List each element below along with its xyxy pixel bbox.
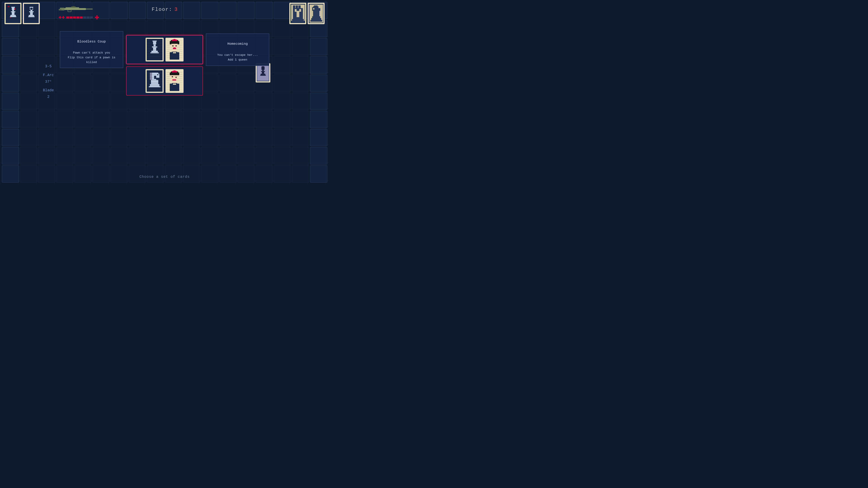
svg-rect-54 — [295, 9, 297, 12]
svg-rect-135 — [147, 76, 162, 76]
svg-rect-33 — [25, 9, 38, 10]
svg-rect-43 — [86, 8, 93, 9]
svg-rect-90 — [147, 46, 162, 46]
svg-rect-47 — [68, 10, 71, 12]
svg-rect-39 — [25, 18, 38, 18]
svg-rect-20 — [6, 17, 20, 17]
svg-rect-59 — [291, 21, 305, 23]
ammo-pip-5 — [80, 17, 83, 19]
card-pawn-option[interactable] — [146, 38, 164, 61]
svg-rect-133 — [147, 72, 162, 73]
svg-rect-161 — [166, 78, 182, 79]
svg-rect-13 — [6, 7, 20, 8]
svg-rect-16 — [6, 11, 20, 12]
card-queen-option-2[interactable] — [165, 69, 184, 93]
ammo-pip-7 — [87, 17, 90, 19]
homecoming-title: Homecoming — [210, 41, 266, 47]
card-knight-option[interactable] — [146, 69, 164, 93]
svg-rect-32 — [25, 8, 38, 8]
health-cross-big — [95, 15, 99, 20]
svg-rect-65 — [313, 11, 319, 16]
arc-value: 37° — [43, 78, 54, 85]
hud-top: Floor: 3 — [0, 3, 329, 24]
svg-rect-64 — [317, 8, 320, 11]
svg-rect-138 — [147, 80, 162, 81]
svg-rect-158 — [166, 72, 182, 72]
pawn-card-svg — [147, 39, 162, 60]
svg-rect-143 — [147, 88, 162, 89]
range-stat: 3-5 — [43, 63, 54, 70]
svg-rect-112 — [173, 52, 176, 53]
svg-rect-103 — [174, 39, 176, 40]
svg-rect-165 — [166, 87, 182, 87]
player-cards — [4, 3, 40, 24]
svg-rect-87 — [147, 41, 162, 41]
bottom-prompt: Choose a set of cards — [140, 175, 190, 179]
svg-rect-96 — [147, 55, 162, 56]
svg-rect-69 — [313, 8, 314, 9]
svg-rect-114 — [166, 43, 182, 43]
svg-rect-147 — [170, 72, 179, 75]
svg-rect-132 — [147, 71, 162, 71]
svg-rect-58 — [292, 19, 304, 21]
homecoming-text: You can't escape her... Add 1 queen — [217, 54, 258, 62]
ammo-pip-2 — [70, 17, 72, 19]
queen-card-svg-1 — [166, 39, 182, 60]
card-queen-option-1[interactable] — [165, 38, 184, 61]
bloodless-coup-title: Bloodless Coup — [64, 39, 119, 44]
svg-rect-34 — [25, 11, 38, 11]
ammo-pip-1 — [66, 17, 69, 19]
svg-rect-15 — [6, 10, 20, 10]
svg-rect-56 — [297, 11, 299, 17]
svg-rect-108 — [174, 47, 176, 48]
svg-rect-139 — [147, 82, 162, 83]
svg-rect-73 — [262, 70, 264, 71]
option-set-1[interactable]: Bloodless Coup Pawn can't attack you Fli… — [126, 35, 203, 64]
arc-label: F.Arc — [43, 72, 54, 78]
blade-value: 2 — [43, 94, 54, 100]
svg-rect-93 — [147, 51, 162, 51]
svg-rect-163 — [166, 83, 182, 83]
knight-card-svg — [147, 70, 162, 92]
svg-rect-144 — [147, 90, 162, 90]
svg-rect-71 — [261, 67, 265, 70]
svg-rect-11 — [6, 4, 20, 5]
option-set-2[interactable] — [126, 66, 203, 96]
svg-rect-74 — [261, 71, 265, 72]
tooltip-homecoming: Homecoming You can't escape her... Add 1… — [206, 33, 269, 66]
svg-rect-160 — [166, 76, 182, 77]
svg-rect-18 — [6, 14, 20, 14]
svg-rect-89 — [147, 44, 162, 45]
svg-rect-35 — [25, 12, 38, 13]
svg-rect-166 — [166, 89, 182, 90]
svg-rect-137 — [147, 79, 162, 79]
svg-rect-40 — [25, 19, 38, 20]
svg-rect-21 — [6, 18, 20, 19]
player-card-2 — [23, 3, 40, 24]
svg-rect-97 — [147, 57, 162, 57]
svg-rect-92 — [147, 49, 162, 50]
svg-rect-119 — [166, 53, 182, 54]
enemy-card-tower — [289, 3, 306, 24]
svg-rect-118 — [166, 51, 182, 52]
weapon-hud — [59, 6, 99, 20]
svg-rect-106 — [176, 45, 177, 46]
svg-rect-98 — [147, 59, 162, 59]
svg-rect-82 — [152, 46, 157, 48]
svg-rect-48 — [59, 9, 61, 10]
svg-rect-153 — [173, 79, 176, 80]
svg-rect-17 — [6, 13, 20, 13]
svg-rect-77 — [260, 75, 266, 76]
svg-rect-76 — [260, 74, 266, 75]
svg-rect-116 — [166, 47, 182, 47]
svg-rect-67 — [311, 18, 321, 20]
svg-rect-72 — [262, 66, 264, 67]
pawn-enemy-small-icon — [257, 65, 269, 81]
svg-rect-3 — [10, 17, 11, 18]
svg-rect-19 — [6, 15, 20, 16]
svg-rect-120 — [166, 55, 182, 56]
svg-rect-63 — [314, 5, 318, 8]
enemy-card-knight — [308, 3, 324, 24]
card-selection-area: Bloodless Coup Pawn can't attack you Fli… — [126, 35, 203, 98]
knight-enemy-icon — [309, 4, 323, 23]
